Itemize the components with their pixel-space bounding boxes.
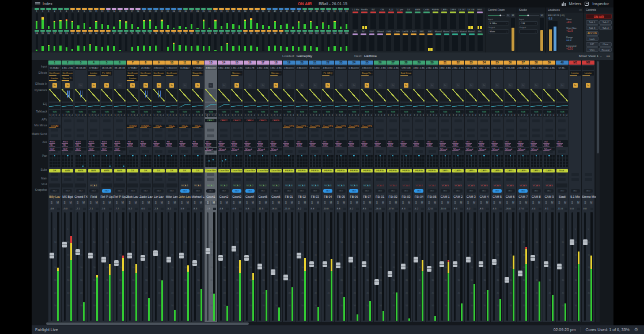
aux-send[interactable]: REP: [88, 148, 100, 151]
subs-add-button[interactable]: [142, 173, 149, 176]
subs-add-button[interactable]: [520, 173, 527, 176]
aux-send[interactable]: INT: [452, 140, 464, 144]
fader-track[interactable]: 5101520304050: [504, 211, 517, 322]
talkback-2[interactable]: 2: [455, 114, 458, 117]
effects-in-toggle[interactable]: In: [286, 83, 291, 88]
talkback-button[interactable]: Talk: [127, 110, 138, 114]
aux-add-button[interactable]: [532, 151, 540, 153]
fader-track[interactable]: 5101520304050: [48, 211, 61, 322]
channel-number[interactable]: 17: [257, 61, 270, 65]
subs-add-button[interactable]: [467, 173, 475, 176]
effect-slot[interactable]: Sub Drive: [400, 71, 412, 76]
mix-minus-button[interactable]: [415, 129, 423, 132]
solo-button[interactable]: S: [570, 201, 575, 205]
channel-strip[interactable]: 33 5.BD..2.BD In Talk1234 INTREPNFeed CA…: [465, 60, 478, 322]
talkback-2[interactable]: 2: [143, 114, 146, 117]
effects-in-toggle[interactable]: In: [521, 83, 525, 88]
talkback-1[interactable]: 1: [309, 114, 312, 117]
mute-button[interactable]: M: [407, 201, 412, 205]
pan-grid[interactable]: [153, 155, 165, 167]
subs-add-button[interactable]: [585, 173, 592, 176]
subs-assign[interactable]: DX: [166, 169, 177, 172]
talkback-4[interactable]: 4: [227, 114, 230, 117]
aux-add-button[interactable]: [506, 151, 514, 153]
main-assign-button[interactable]: [415, 178, 423, 181]
dynamics-graph[interactable]: [452, 89, 464, 102]
mute-button[interactable]: M: [146, 201, 151, 205]
snapshot-iso-button[interactable]: ISO: [310, 189, 320, 193]
effects-in-toggle[interactable]: In: [456, 83, 460, 88]
aux-add-button[interactable]: [220, 151, 228, 153]
aux-add-button[interactable]: [311, 150, 319, 153]
control-button-clear[interactable]: Clear: [599, 42, 612, 47]
effects-in-toggle[interactable]: In: [495, 83, 499, 88]
talkback-2[interactable]: 2: [442, 114, 445, 117]
effects-in-toggle[interactable]: In: [443, 83, 448, 88]
snapshot-iso-button[interactable]: ISO: [376, 189, 385, 193]
matrix-send-button[interactable]: [506, 134, 514, 137]
mix-minus-button[interactable]: [233, 129, 241, 132]
subs-add-button[interactable]: [376, 173, 384, 176]
aux-send[interactable]: REP: [348, 144, 359, 147]
subs-assign[interactable]: FB/FSt: [296, 169, 308, 172]
aux-add-button[interactable]: [429, 150, 436, 153]
talkback-4[interactable]: 4: [487, 114, 490, 117]
pan-grid[interactable]: [75, 155, 86, 167]
mix-minus-button[interactable]: [90, 129, 97, 132]
mix-minus-button[interactable]: [402, 129, 410, 132]
solo-button[interactable]: S: [296, 201, 301, 205]
channel-name[interactable]: Court6: [270, 194, 282, 200]
matrix-send-button[interactable]: [90, 134, 97, 137]
snapshot-iso-button[interactable]: ISO: [584, 189, 593, 193]
channel-strip[interactable]: 20 2.Bk/emO In Talk1234 ComOPS + INTREP …: [296, 60, 308, 322]
pan-grid[interactable]: [491, 155, 503, 167]
fader-track[interactable]: 5101520304050: [88, 211, 100, 322]
solo-button[interactable]: S: [426, 201, 431, 205]
matrix-send-button[interactable]: [441, 134, 449, 137]
fader-handle[interactable]: [141, 255, 145, 261]
snapshot-iso-button[interactable]: ISO: [571, 189, 580, 193]
talkback-button[interactable]: Talk: [62, 110, 73, 114]
fader-value[interactable]: -6.0: [141, 207, 145, 210]
afv-button[interactable]: [389, 119, 397, 122]
channel-strip[interactable]: 18 3.BD..4.BD Stereo .. In Talk1234 CAM …: [270, 60, 282, 322]
channel-name[interactable]: Stadi: [556, 194, 569, 200]
mix-minus-button[interactable]: [480, 129, 488, 132]
main-assign-button[interactable]: [558, 178, 566, 181]
vca-assign[interactable]: VCA 2: [220, 183, 227, 188]
pan-grid[interactable]: [257, 155, 268, 167]
afv-button[interactable]: [103, 119, 111, 122]
vca-assign[interactable]: VCA 5: [506, 183, 513, 188]
aux-send[interactable]: REP: [192, 144, 203, 147]
effects-in-toggle[interactable]: In: [365, 83, 369, 88]
channel-name[interactable]: Court4: [244, 194, 256, 200]
main-assign-button[interactable]: [337, 178, 344, 181]
eq-graph[interactable]: [231, 103, 243, 109]
input-assign-button[interactable]: 4.BD..3.BD: [257, 66, 268, 70]
fader-value[interactable]: -5.8: [245, 207, 249, 210]
mute-button[interactable]: M: [237, 201, 243, 205]
eq-graph[interactable]: [192, 103, 203, 109]
effects-in-toggle[interactable]: In: [183, 83, 187, 88]
effects-in-toggle[interactable]: In: [351, 83, 356, 88]
input-assign-button[interactable]: 1.BD..2.BD: [374, 66, 386, 70]
talkback-2[interactable]: 2: [273, 114, 276, 117]
eq-graph[interactable]: [127, 103, 138, 109]
subs-add-button[interactable]: [168, 173, 176, 176]
fader-value[interactable]: -1.8: [206, 207, 210, 210]
aux-add-button[interactable]: [415, 150, 423, 153]
channel-number[interactable]: 30: [426, 61, 438, 65]
talkback-4[interactable]: 4: [331, 114, 334, 117]
fader-handle[interactable]: [362, 261, 366, 267]
fader-value[interactable]: 0.0: [583, 207, 586, 210]
mute-button[interactable]: M: [484, 201, 490, 205]
pan-grid[interactable]: [361, 155, 373, 167]
channel-name[interactable]: John Lav: [179, 194, 191, 200]
talkback-button[interactable]: Talk: [335, 110, 347, 114]
dynamics-graph[interactable]: [361, 89, 373, 102]
effects-in-toggle[interactable]: In: [534, 83, 539, 88]
fader-handle[interactable]: [232, 246, 236, 252]
mix-minus-button[interactable]: [168, 129, 176, 132]
vca-assign[interactable]: VCA 2: [246, 183, 253, 188]
fader-track[interactable]: 5101520304050: [139, 211, 152, 322]
